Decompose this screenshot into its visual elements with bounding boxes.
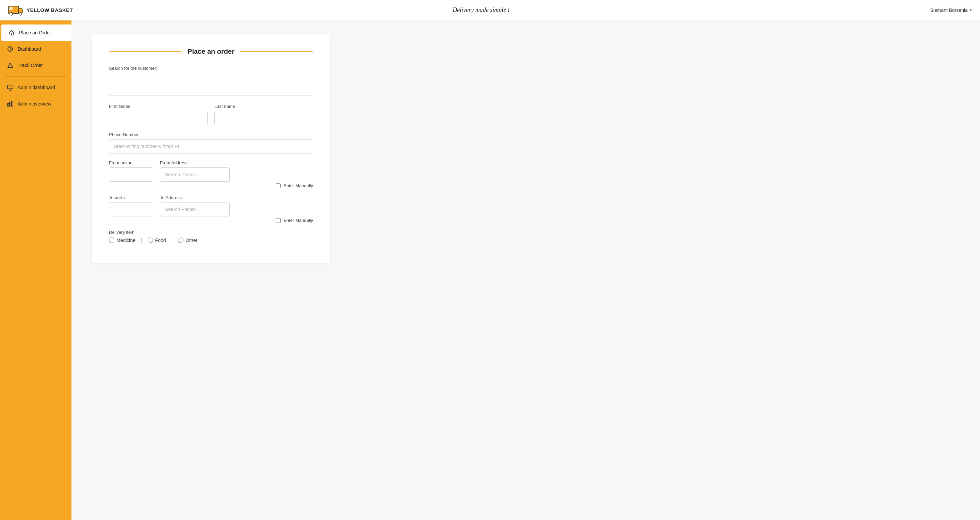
svg-point-2 bbox=[19, 13, 22, 15]
page-title: Place an order bbox=[188, 48, 234, 56]
form-divider bbox=[109, 95, 313, 95]
from-enter-manually-checkbox[interactable] bbox=[276, 183, 281, 188]
delivery-option-other[interactable]: Other bbox=[178, 237, 197, 243]
phone-group: Phone Number bbox=[109, 132, 313, 153]
separator-2: | bbox=[172, 237, 173, 243]
first-name-input[interactable] bbox=[109, 111, 208, 125]
from-unit-label: From unit # bbox=[109, 160, 153, 165]
last-name-col: Last name bbox=[215, 104, 313, 125]
from-address-col: From Address bbox=[160, 160, 230, 182]
clock-icon bbox=[7, 46, 14, 52]
to-address-group: To unit # To Address Enter Manually bbox=[109, 195, 313, 223]
sidebar-item-admin-overview[interactable]: Admin overview bbox=[0, 95, 72, 112]
last-name-label: Last name bbox=[215, 104, 313, 109]
to-unit-label: To unit # bbox=[109, 195, 153, 200]
from-unit-col: From unit # bbox=[109, 160, 153, 182]
header: YELLOW BASKET Delivery made simple ! Sus… bbox=[0, 0, 980, 21]
customer-search-input[interactable] bbox=[109, 73, 313, 87]
radio-food[interactable] bbox=[148, 237, 153, 243]
customer-search-label: Search for the customer: bbox=[109, 66, 313, 71]
radio-other[interactable] bbox=[178, 237, 183, 243]
food-label: Food bbox=[155, 237, 166, 243]
customer-search-group: Search for the customer: bbox=[109, 66, 313, 87]
to-enter-manually-checkbox[interactable] bbox=[276, 218, 281, 223]
sidebar-item-track-order[interactable]: Track Order bbox=[0, 57, 72, 73]
section-title-wrapper: Place an order bbox=[109, 48, 313, 56]
delivery-options: Medicine | Food | Other bbox=[109, 237, 313, 243]
radio-medicine[interactable] bbox=[109, 237, 115, 243]
logo-truck-icon bbox=[8, 4, 23, 16]
monitor-icon bbox=[7, 84, 14, 91]
main-content: Place an order Search for the customer: … bbox=[72, 21, 980, 520]
delivery-item-label: Delivery item bbox=[109, 230, 313, 235]
phone-label: Phone Number bbox=[109, 132, 313, 137]
triangle-icon bbox=[7, 62, 14, 69]
from-address-label: From Address bbox=[160, 160, 230, 165]
svg-rect-8 bbox=[11, 101, 13, 106]
header-tagline: Delivery made simple ! bbox=[32, 6, 930, 14]
to-enter-manually-row: Enter Manually bbox=[109, 218, 313, 223]
first-name-col: First Name bbox=[109, 104, 208, 125]
title-line-left bbox=[109, 51, 182, 52]
svg-rect-6 bbox=[8, 103, 9, 106]
last-name-input[interactable] bbox=[215, 111, 313, 125]
from-address-input[interactable] bbox=[160, 167, 230, 182]
sidebar-item-label: Admin overview bbox=[18, 101, 51, 107]
sidebar-item-place-order[interactable]: Place an Order bbox=[2, 24, 72, 41]
to-unit-input[interactable] bbox=[109, 202, 153, 216]
sidebar-item-label: Track Order bbox=[18, 63, 43, 68]
order-form: Place an order Search for the customer: … bbox=[92, 34, 330, 263]
sidebar-item-admin-dashboard[interactable]: Admin dashboard bbox=[0, 79, 72, 95]
delivery-option-food[interactable]: Food bbox=[148, 237, 166, 243]
first-name-label: First Name bbox=[109, 104, 208, 109]
to-address-row: To unit # To Address bbox=[109, 195, 313, 216]
sidebar: Place an Order Dashboard Track Order bbox=[0, 21, 72, 520]
to-unit-col: To unit # bbox=[109, 195, 153, 216]
separator-1: | bbox=[141, 237, 142, 243]
from-enter-manually-row: Enter Manually bbox=[109, 183, 313, 188]
from-address-group: From unit # From Address Enter Manually bbox=[109, 160, 313, 188]
to-enter-manually-label[interactable]: Enter Manually bbox=[283, 218, 313, 223]
sidebar-item-label: Admin dashboard bbox=[18, 85, 55, 90]
sidebar-item-label: Place an Order bbox=[19, 30, 51, 35]
user-menu[interactable]: Sushant Borsania ▾ bbox=[930, 8, 972, 13]
phone-input[interactable] bbox=[109, 139, 313, 153]
user-name: Sushant Borsania bbox=[930, 8, 968, 13]
home-icon bbox=[8, 29, 15, 36]
from-enter-manually-label[interactable]: Enter Manually bbox=[283, 183, 313, 188]
sidebar-item-label: Dashboard bbox=[18, 46, 41, 52]
layout: Place an Order Dashboard Track Order bbox=[0, 21, 980, 520]
svg-rect-5 bbox=[8, 85, 13, 89]
to-address-input[interactable] bbox=[160, 202, 230, 216]
delivery-item-group: Delivery item Medicine | Food | Other bbox=[109, 230, 313, 243]
name-row: First Name Last name bbox=[109, 104, 313, 125]
svg-rect-7 bbox=[10, 102, 11, 106]
svg-rect-3 bbox=[9, 7, 13, 10]
to-address-col: To Address bbox=[160, 195, 230, 216]
svg-point-1 bbox=[10, 13, 13, 15]
sidebar-item-dashboard[interactable]: Dashboard bbox=[0, 41, 72, 57]
chevron-down-icon: ▾ bbox=[970, 8, 972, 12]
other-label: Other bbox=[185, 237, 197, 243]
delivery-option-medicine[interactable]: Medicine bbox=[109, 237, 135, 243]
medicine-label: Medicine bbox=[116, 237, 135, 243]
sidebar-divider bbox=[5, 76, 66, 76]
from-unit-input[interactable] bbox=[109, 167, 153, 182]
bar-chart-icon bbox=[7, 100, 14, 107]
from-address-row: From unit # From Address bbox=[109, 160, 313, 182]
to-address-label: To Address bbox=[160, 195, 230, 200]
title-line-right bbox=[240, 51, 313, 52]
